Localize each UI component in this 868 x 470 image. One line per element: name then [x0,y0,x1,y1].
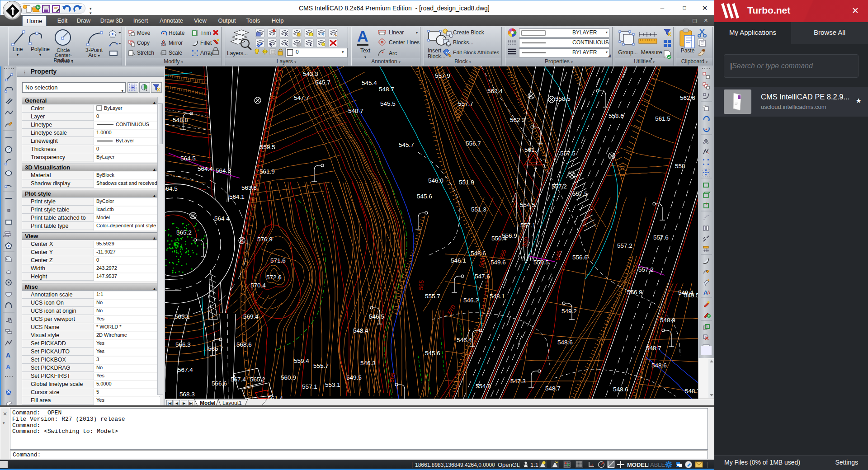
svg-text:564.4: 564.4 [198,165,213,172]
svg-text:551.3: 551.3 [471,206,486,213]
svg-text:545.7: 545.7 [315,79,330,86]
svg-text:550.4: 550.4 [491,235,507,242]
svg-text:546.2: 546.2 [463,297,479,304]
svg-text:548 7: 548 7 [348,108,363,114]
svg-text:561.5: 561.5 [655,115,670,122]
svg-text:556.6: 556.6 [572,254,588,261]
svg-text:564.3: 564.3 [216,167,231,174]
svg-text:557.6: 557.6 [653,234,669,241]
svg-text:556.5: 556.5 [533,259,549,266]
svg-text:572.6: 572.6 [266,274,282,281]
svg-text:571.6: 571.6 [270,257,286,264]
svg-text:556.7: 556.7 [466,140,481,147]
svg-text:548.7: 548.7 [545,385,561,392]
svg-text:576.9: 576.9 [257,236,273,243]
svg-text:569.4: 569.4 [243,313,259,320]
svg-text:548.7: 548.7 [685,388,698,395]
svg-text:564.1: 564.1 [229,193,245,200]
svg-text:545.4: 545.4 [362,80,377,86]
svg-text:548.6: 548.6 [613,386,628,393]
svg-text:548.4: 548.4 [353,327,368,334]
svg-text:546.3: 546.3 [360,360,376,367]
svg-text:549.5: 549.5 [684,292,698,299]
svg-text:545.6: 545.6 [425,350,440,357]
svg-text:548.9: 548.9 [660,317,675,324]
svg-text:562 3: 562 3 [510,117,525,123]
svg-text:557.2: 557.2 [552,183,567,190]
svg-text:558.5: 558.5 [555,95,571,102]
svg-text:561.7: 561.7 [524,146,540,153]
svg-text:A: A [6,363,10,371]
svg-text:557.9: 557.9 [435,72,450,79]
svg-text:559.5: 559.5 [260,144,275,150]
svg-text:560.9: 560.9 [281,374,296,381]
svg-text:567.4: 567.4 [231,376,246,383]
svg-text:547.7: 547.7 [294,94,309,101]
svg-text:565.2: 565.2 [250,376,265,383]
svg-text:561 4: 561 4 [268,395,283,399]
svg-text:549.2: 549.2 [561,308,577,315]
svg-text:554.8: 554.8 [476,383,491,390]
svg-text:546.4: 546.4 [457,337,472,343]
svg-text:557.5: 557.5 [560,150,576,157]
svg-text:558: 558 [675,163,685,169]
svg-text:545.5: 545.5 [380,100,396,107]
svg-text:554 5: 554 5 [520,202,535,208]
svg-text:556 9: 556 9 [627,289,642,296]
svg-text:545.7: 545.7 [399,141,414,148]
svg-text:561.9: 561.9 [259,168,275,175]
svg-text:566.3: 566.3 [175,341,191,348]
svg-text:564 4: 564 4 [214,215,230,222]
svg-text:548.7: 548.7 [379,86,394,93]
svg-text:546.1: 546.1 [451,257,466,264]
svg-text:548.8: 548.8 [173,117,188,123]
svg-text:549.5: 549.5 [346,374,362,381]
svg-text:565.2: 565.2 [176,229,192,236]
svg-text:559.4: 559.4 [294,357,309,364]
svg-text:557.5: 557.5 [572,190,588,197]
svg-text:547.6: 547.6 [475,273,490,280]
svg-text:553.1: 553.1 [325,381,340,388]
svg-text:557.2: 557.2 [638,266,654,273]
svg-text:557.2: 557.2 [617,242,632,249]
svg-text:A: A [703,289,708,296]
svg-text:548.6: 548.6 [557,339,573,346]
svg-text:557.1: 557.1 [302,383,317,390]
svg-text:565.1: 565.1 [175,313,190,320]
svg-text:545.6: 545.6 [417,193,432,200]
svg-text:563.6: 563.6 [241,184,257,191]
svg-text:566.6: 566.6 [212,380,227,387]
svg-text:546,5: 546,5 [369,313,384,320]
svg-text:546.0: 546.0 [428,177,443,184]
svg-text:557.1: 557.1 [520,222,536,229]
svg-text:548.6: 548.6 [651,362,667,369]
svg-text:543.3: 543.3 [303,70,318,77]
svg-text:A: A [6,352,10,359]
svg-text:565 7: 565 7 [208,345,223,352]
svg-text:557.7: 557.7 [458,100,473,107]
svg-text:548.6: 548.6 [471,250,486,257]
svg-text:564.5: 564.5 [180,155,196,162]
svg-text:564.5: 564.5 [165,185,178,192]
svg-text:547.3: 547.3 [510,378,526,385]
svg-text:562.4: 562.4 [487,88,503,94]
svg-text:562.6: 562.6 [680,94,695,101]
svg-text:548.7: 548.7 [646,345,661,352]
svg-text:555.7: 555.7 [425,293,440,300]
svg-text:567.4: 567.4 [178,367,193,373]
svg-text:551.9: 551.9 [459,179,474,186]
svg-text:558.6: 558.6 [609,113,624,119]
svg-text:570.4: 570.4 [250,282,266,289]
svg-text:555.7: 555.7 [313,362,329,369]
svg-text:548.1: 548.1 [490,293,505,300]
svg-text:568.3: 568.3 [179,391,195,398]
svg-text:565: 565 [417,280,425,290]
svg-text:568.6: 568.6 [236,341,252,348]
